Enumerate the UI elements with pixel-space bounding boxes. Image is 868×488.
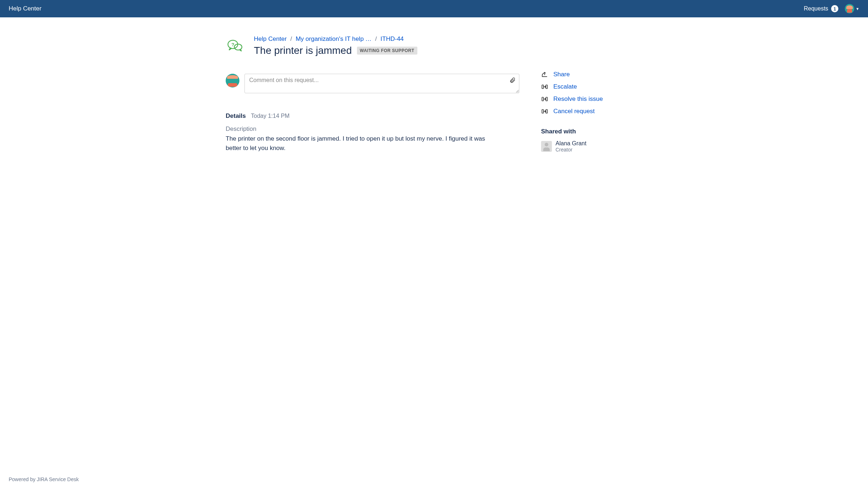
svg-rect-3 [542, 85, 544, 89]
comment-input[interactable] [244, 74, 519, 93]
paperclip-icon [509, 77, 516, 84]
breadcrumb-help-center[interactable]: Help Center [254, 35, 287, 43]
escalate-action[interactable]: Escalate [541, 83, 642, 90]
transition-icon [541, 95, 548, 103]
header-text: Help Center / My organization's IT help … [254, 35, 417, 56]
transition-icon [541, 108, 548, 115]
svg-rect-5 [542, 97, 544, 101]
breadcrumb-separator: / [375, 35, 377, 43]
shared-user-name: Alana Grant [556, 140, 586, 147]
right-column: Share Escalate Resolve this is [541, 35, 642, 153]
chevron-down-icon: ▼ [856, 7, 859, 11]
details-timestamp: Today 1:14 PM [251, 113, 290, 119]
requests-count-badge: 1 [831, 5, 838, 12]
comment-row [226, 74, 519, 94]
breadcrumb-issue-key[interactable]: ITHD-44 [380, 35, 404, 43]
top-bar: Help Center Requests 1 ▼ [0, 0, 868, 17]
resolve-label: Resolve this issue [553, 95, 603, 103]
breadcrumb-separator: / [290, 35, 292, 43]
shared-user-info: Alana Grant Creator [556, 140, 586, 153]
profile-menu[interactable]: ▼ [845, 4, 859, 13]
shared-with-heading: Shared with [541, 128, 642, 135]
title-row: The printer is jammed WAITING FOR SUPPOR… [254, 45, 417, 56]
share-action[interactable]: Share [541, 71, 642, 78]
svg-text:?: ? [231, 42, 234, 47]
comment-box-wrap [244, 74, 519, 94]
shared-user-role: Creator [556, 147, 586, 153]
share-icon [541, 71, 548, 78]
left-column: ? Help Center / My organization's IT hel… [226, 35, 519, 153]
description-text: The printer on the second floor is jamme… [226, 134, 497, 153]
cancel-action[interactable]: Cancel request [541, 108, 642, 115]
content: ? Help Center / My organization's IT hel… [217, 17, 651, 174]
blank-avatar-icon [541, 141, 552, 152]
resolve-action[interactable]: Resolve this issue [541, 95, 642, 103]
share-label: Share [553, 71, 570, 78]
requests-link[interactable]: Requests 1 [804, 5, 839, 12]
transition-icon [541, 83, 548, 90]
breadcrumb-project[interactable]: My organization's IT help … [295, 35, 371, 43]
requests-label: Requests [804, 5, 829, 12]
cancel-label: Cancel request [553, 108, 595, 115]
current-user-avatar-icon [226, 74, 239, 87]
attach-button[interactable] [509, 77, 516, 85]
action-list: Share Escalate Resolve this is [541, 71, 642, 115]
details-label: Details [226, 112, 246, 120]
svg-rect-7 [542, 110, 544, 113]
topbar-title[interactable]: Help Center [9, 5, 42, 12]
page-title: The printer is jammed [254, 45, 352, 56]
user-avatar-icon [845, 4, 854, 13]
speech-bubbles-icon: ? [226, 37, 244, 55]
status-badge: WAITING FOR SUPPORT [357, 47, 417, 55]
shared-user: Alana Grant Creator [541, 140, 642, 153]
escalate-label: Escalate [553, 83, 577, 90]
description-label: Description [226, 125, 519, 133]
request-header: ? Help Center / My organization's IT hel… [226, 35, 519, 56]
details-header: Details Today 1:14 PM [226, 112, 519, 120]
topbar-right: Requests 1 ▼ [804, 4, 860, 13]
breadcrumb: Help Center / My organization's IT help … [254, 35, 417, 43]
